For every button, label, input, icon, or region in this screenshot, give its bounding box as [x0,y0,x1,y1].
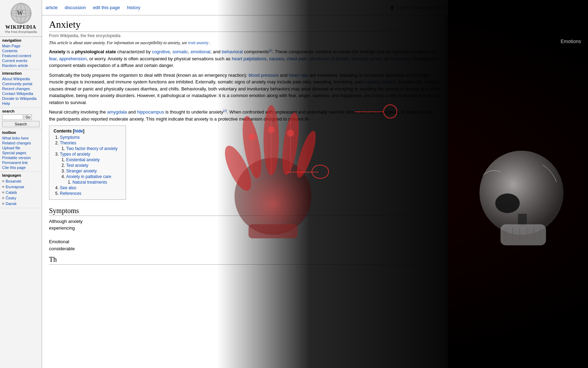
anxiety-bold: Anxiety [49,49,65,54]
search-go-button[interactable]: Go [24,114,32,120]
contents-sublist: Natural treatments [66,180,121,185]
emotional-link[interactable]: emotional [191,49,210,54]
search-input[interactable] [2,114,23,120]
pupillary-link[interactable]: pupillary dilation [364,79,396,84]
sidebar-item-related-changes[interactable]: Related changes [2,141,40,145]
article-tab[interactable]: article [46,5,58,10]
somatic-link[interactable]: somatic [173,49,188,54]
contents-link-references[interactable]: References [60,191,81,196]
hippocampus-link[interactable]: hippocampus [137,110,164,115]
lang-bulgarian[interactable]: Български [6,184,24,189]
svg-point-17 [287,130,294,137]
cognitive-link[interactable]: cognitive [152,49,170,54]
hr-link[interactable]: heart rate [289,73,308,78]
sidebar-item-printable[interactable]: Printable version [2,155,40,160]
create-account-link[interactable]: create account [415,5,444,10]
svg-rect-21 [500,224,546,245]
contents-item: See also [60,185,121,190]
lang-item: Bosanski [2,178,40,184]
emotions-label: Emotions [561,39,581,44]
svg-text:W: W [17,9,23,16]
contents-item: Theories Two factor theory of anxiety [60,141,121,151]
svg-rect-18 [248,224,298,238]
xray-skull-image [472,147,570,259]
lang-dansk[interactable]: Dansk [6,201,16,206]
sidebar-item-special[interactable]: Special pages [2,150,40,155]
contents-box: Contents [hide] Symptoms Theories Two fa… [49,125,126,200]
wiki-logo-sub: The Free Encyclopedia [5,30,37,34]
lang-bullet [2,186,4,188]
apprehension-link[interactable]: apprehension [59,56,87,61]
search-search-button[interactable]: Search [2,121,40,127]
fear-link[interactable]: fear [49,56,57,61]
behavioral-link[interactable]: behavioral [222,49,243,54]
heart-link[interactable]: heart palpitations [232,56,266,61]
sidebar-item-main-page[interactable]: Main Page [2,43,40,48]
sidebar-item-contents[interactable]: Contents [2,48,40,53]
contents-hide-link[interactable]: hide [74,129,83,134]
lang-bullet [2,180,4,182]
contents-link-two-factor[interactable]: Two factor theory of anxiety [66,146,118,151]
history-tab[interactable]: history [127,5,140,10]
languages-title: languages [2,173,40,177]
amygdala-link[interactable]: amygdala [107,110,127,115]
contents-link-test[interactable]: Test anxiety [66,163,88,168]
lang-bosanski[interactable]: Bosanski [6,179,21,184]
interaction-section: interaction About Wikipedia Community po… [0,70,42,108]
contents-link-natural[interactable]: Natural treatments [72,180,107,185]
chest-link[interactable]: chest pain [286,56,307,61]
sidebar-item-what-links[interactable]: What links here [2,136,40,141]
sidebar-item-events[interactable]: Current events [2,58,40,63]
contents-link-types[interactable]: Types of anxiety [60,152,90,157]
contents-item: Natural treatments [72,180,121,185]
lang-bullet [2,191,4,193]
nausea-link[interactable]: nausea [269,56,284,61]
separator: / [411,5,412,10]
sidebar-item-permanent[interactable]: Permanent link [2,160,40,165]
top-navigation: article discussion edit this page histor… [42,0,448,15]
intro-paragraph-1: Anxiety is a physiological state charact… [49,48,441,69]
svg-point-20 [495,193,520,213]
sidebar-item-recent-changes[interactable]: Recent changes [2,86,40,91]
contents-link-theories[interactable]: Theories [60,141,76,145]
svg-point-16 [268,126,275,133]
contents-item: Types of anxiety Existential anxiety Tes… [60,152,121,185]
headache-link[interactable]: headache [390,56,410,61]
edit-tab[interactable]: edit this page [93,5,120,10]
sidebar-item-cite[interactable]: Cite this page [2,165,40,170]
contents-item: Symptoms [60,135,121,140]
login-link[interactable]: Log in [397,5,409,10]
contents-list: Symptoms Theories Two factor theory of a… [54,135,121,196]
bp-link[interactable]: blood pressure [248,73,279,78]
sidebar-item-random[interactable]: Random article [2,63,40,68]
lang-item: Català [2,190,40,195]
search-section: search Go Search [0,108,42,129]
italic-note-end: . [210,40,211,45]
contents-link-existential[interactable]: Existential anxiety [66,157,100,162]
lang-cesky[interactable]: Česky [6,196,16,200]
sidebar-item-featured[interactable]: Featured content [2,53,40,58]
wiki-logo-text: WIKIPEDIA [5,25,36,30]
sidebar-item-upload[interactable]: Upload file [2,145,40,150]
contents-link-stranger[interactable]: Stranger anxiety [66,169,97,173]
lang-item: Česky [2,195,40,201]
shortness-link[interactable]: shortness of breath [310,56,349,61]
lang-catala[interactable]: Català [6,190,17,195]
contents-item: Two factor theory of anxiety [66,146,121,151]
trait-anxiety-link[interactable]: trait anxiety [188,40,209,45]
contents-link-palliative[interactable]: Anxiety in palliative care [66,174,111,179]
physiological-bold: physiological state [75,49,116,54]
sidebar-item-help[interactable]: Help [2,101,40,106]
sidebar: W WIKIPEDIA The Free Encyclopedia naviga… [0,0,42,368]
navigation-title: navigation [2,38,40,42]
contents-link-see-also[interactable]: See also [60,185,76,190]
contents-item: Anxiety in palliative care Natural treat… [66,174,121,185]
discussion-tab[interactable]: discussion [65,5,86,10]
lang-item: Български [2,184,40,190]
contents-link-symptoms[interactable]: Symptoms [60,135,80,140]
sidebar-item-contact[interactable]: Contact Wikipedia [2,91,40,96]
stomach-link[interactable]: stomach aches [351,56,382,61]
sidebar-item-community[interactable]: Community portal [2,81,40,86]
sidebar-item-about[interactable]: About Wikipedia [2,76,40,81]
sidebar-item-donate[interactable]: Donate to Wikipedia [2,96,40,101]
